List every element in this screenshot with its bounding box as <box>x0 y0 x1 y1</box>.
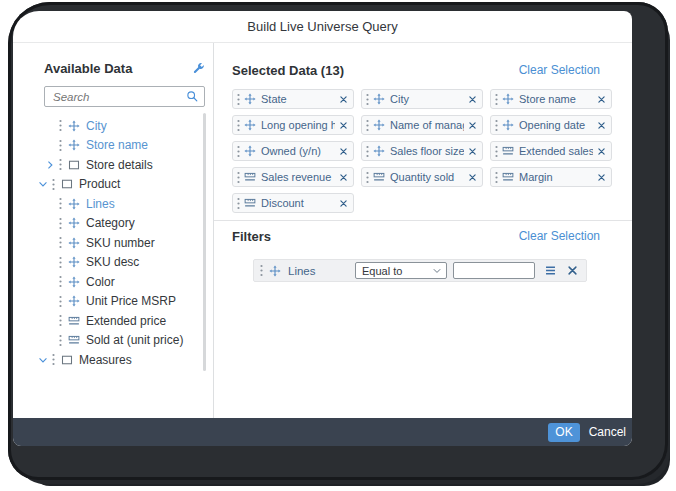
grip-icon <box>366 93 369 106</box>
grip-icon <box>59 197 62 210</box>
selected-chip-sales-floor-size-g[interactable]: Sales floor size g... <box>361 141 483 161</box>
selected-chip-long-opening-ho[interactable]: Long opening ho... <box>232 115 354 135</box>
tree-item-label: SKU number <box>86 236 155 250</box>
tree-item-category[interactable]: Category <box>13 214 213 234</box>
tree-scrollbar-thumb[interactable] <box>203 113 206 371</box>
selected-chip-sales-revenue[interactable]: Sales revenue <box>232 167 354 187</box>
grip-icon <box>59 236 62 249</box>
remove-chip-icon[interactable] <box>597 95 606 104</box>
remove-chip-icon[interactable] <box>339 199 348 208</box>
grip-icon <box>59 295 62 308</box>
grip-icon <box>237 119 240 132</box>
folder-icon <box>68 159 80 171</box>
chevron-down-icon[interactable] <box>38 179 48 189</box>
tree-item-label: Product <box>79 177 120 191</box>
tree-item-product[interactable]: Product <box>13 175 213 195</box>
tree-item-label: Store name <box>86 138 148 152</box>
search-input[interactable] <box>51 90 186 104</box>
selected-chip-extended-sales-fl[interactable]: Extended sales fl... <box>490 141 612 161</box>
value-help-menu-icon[interactable] <box>544 264 557 277</box>
remove-filter-icon[interactable] <box>567 265 578 276</box>
search-box <box>44 86 205 107</box>
cancel-button[interactable]: Cancel <box>589 425 626 439</box>
grip-icon <box>237 197 240 210</box>
tree-item-extended-price[interactable]: Extended price <box>13 311 213 331</box>
measure-icon <box>68 334 80 346</box>
selected-chip-opening-date[interactable]: Opening date <box>490 115 612 135</box>
dimension-icon <box>68 276 80 288</box>
filter-value-input[interactable] <box>453 262 535 279</box>
chevron-down-icon[interactable] <box>38 355 48 365</box>
remove-chip-icon[interactable] <box>468 121 477 130</box>
folder-icon <box>61 178 73 190</box>
remove-chip-icon[interactable] <box>339 121 348 130</box>
grip-icon <box>59 139 62 152</box>
tree-item-label: Extended price <box>86 314 166 328</box>
grip-icon <box>59 217 62 230</box>
search-icon[interactable] <box>186 90 199 103</box>
tree-item-city[interactable]: City <box>13 116 213 136</box>
remove-chip-icon[interactable] <box>339 95 348 104</box>
tree-item-store-name[interactable]: Store name <box>13 136 213 156</box>
selected-chip-margin[interactable]: Margin <box>490 167 612 187</box>
chip-label: Owned (y/n) <box>261 145 335 157</box>
grip-icon <box>495 93 498 106</box>
tree-item-label: Lines <box>86 197 115 211</box>
tree-item-unit-price-msrp[interactable]: Unit Price MSRP <box>13 292 213 312</box>
chip-label: Margin <box>519 171 593 183</box>
remove-chip-icon[interactable] <box>597 121 606 130</box>
dimension-icon <box>68 198 80 210</box>
remove-chip-icon[interactable] <box>339 173 348 182</box>
selected-chip-city[interactable]: City <box>361 89 483 109</box>
remove-chip-icon[interactable] <box>468 95 477 104</box>
clear-filters-link[interactable]: Clear Selection <box>519 229 600 243</box>
dimension-icon <box>68 139 80 151</box>
chip-label: Quantity sold <box>390 171 464 183</box>
selected-chip-name-of-manager[interactable]: Name of manager <box>361 115 483 135</box>
grip-icon <box>59 158 62 171</box>
dimension-icon <box>269 265 281 277</box>
tree-item-label: Category <box>86 216 135 230</box>
grip-icon <box>52 353 55 366</box>
selected-chip-state[interactable]: State <box>232 89 354 109</box>
remove-chip-icon[interactable] <box>468 173 477 182</box>
selected-chip-quantity-sold[interactable]: Quantity sold <box>361 167 483 187</box>
tree-item-sku-number[interactable]: SKU number <box>13 233 213 253</box>
dimension-icon <box>68 217 80 229</box>
tree-item-lines[interactable]: Lines <box>13 194 213 214</box>
chevron-down-icon <box>432 266 442 276</box>
selected-chip-owned-y-n[interactable]: Owned (y/n) <box>232 141 354 161</box>
operator-value: Equal to <box>362 265 402 277</box>
selected-chip-discount[interactable]: Discount <box>232 193 354 213</box>
remove-chip-icon[interactable] <box>468 147 477 156</box>
grip-icon <box>366 119 369 132</box>
measure-icon <box>502 171 514 183</box>
tree-item-label: Unit Price MSRP <box>86 294 176 308</box>
chip-label: Sales revenue <box>261 171 335 183</box>
remove-chip-icon[interactable] <box>597 173 606 182</box>
measure-icon <box>244 171 256 183</box>
build-live-universe-query-dialog: Build Live Universe Query Available Data… <box>13 11 632 446</box>
tree-item-color[interactable]: Color <box>13 272 213 292</box>
chip-label: Sales floor size g... <box>390 145 464 157</box>
folder-icon <box>61 354 73 366</box>
query-panel: Selected Data (13) Clear Selection State… <box>214 43 632 418</box>
tree-item-label: Sold at (unit price) <box>86 333 183 347</box>
chip-label: State <box>261 93 335 105</box>
wrench-icon[interactable] <box>192 62 205 75</box>
chevron-right-icon[interactable] <box>45 160 55 170</box>
operator-select[interactable]: Equal to <box>355 262 447 279</box>
grip-icon <box>237 145 240 158</box>
remove-chip-icon[interactable] <box>597 147 606 156</box>
dimension-icon <box>244 145 256 157</box>
selected-chip-store-name[interactable]: Store name <box>490 89 612 109</box>
tree-item-sku-desc[interactable]: SKU desc <box>13 253 213 273</box>
remove-chip-icon[interactable] <box>339 147 348 156</box>
tree-item-label: Store details <box>86 158 153 172</box>
measure-icon <box>244 197 256 209</box>
tree-item-sold-at-unit-price[interactable]: Sold at (unit price) <box>13 331 213 351</box>
tree-item-measures[interactable]: Measures <box>13 350 213 370</box>
ok-button[interactable]: OK <box>548 423 579 442</box>
tree-item-store-details[interactable]: Store details <box>13 155 213 175</box>
clear-selected-data-link[interactable]: Clear Selection <box>519 63 600 77</box>
